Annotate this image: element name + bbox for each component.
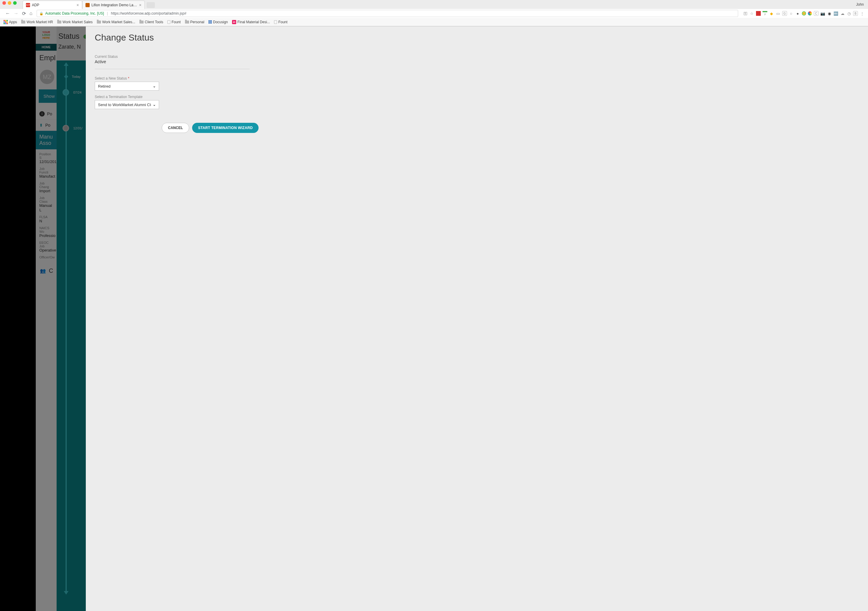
- tab-lifion[interactable]: Lifion Integration Demo Labor ×: [82, 1, 145, 9]
- folder-icon: [140, 20, 144, 23]
- url-org: Automatic Data Processing, Inc. [US]: [45, 11, 104, 16]
- new-status-group: Select a New Status * Retired ⌄: [95, 76, 859, 90]
- extension-4-icon[interactable]: ○: [789, 11, 794, 16]
- bookmark-label: Client Tools: [145, 20, 163, 24]
- address-bar[interactable]: 🔒 Automatic Data Processing, Inc. [US] |…: [37, 10, 738, 17]
- extension-6-icon[interactable]: [802, 11, 806, 16]
- folder-icon: [185, 20, 189, 23]
- app-area: YOUR LOGO HERE HOME Empl MZ Show i Po ⬍ …: [0, 26, 868, 611]
- new-tab-button[interactable]: [147, 2, 155, 8]
- current-status-label: Current Status: [95, 54, 859, 59]
- bookmark-label: Fount: [278, 20, 287, 24]
- tab-strip: ADP ADP × Lifion Integration Demo Labor …: [0, 0, 868, 9]
- key-icon[interactable]: ⚿: [743, 11, 748, 16]
- back-button[interactable]: ←: [3, 11, 12, 16]
- extension-3-icon[interactable]: ▭: [776, 11, 780, 16]
- menu-icon[interactable]: ⋮: [860, 11, 865, 16]
- current-status-value: Active: [95, 59, 859, 64]
- lock-icon: 🔒: [39, 12, 43, 16]
- extension-9-icon[interactable]: ◷: [846, 11, 851, 16]
- folder-icon: [21, 20, 25, 23]
- tab-adp[interactable]: ADP ADP ×: [23, 1, 82, 9]
- favicon-adp-icon: ADP: [26, 3, 30, 7]
- change-status-modal: Change Status Current Status Active Sele…: [86, 26, 868, 611]
- new-status-select[interactable]: Retired ⌄: [95, 82, 159, 90]
- extension-translate-icon[interactable]: 🔤: [834, 11, 838, 16]
- bookmark-docusign[interactable]: Docusign: [209, 20, 228, 24]
- modal-title: Change Status: [95, 33, 859, 43]
- extension-camera-icon[interactable]: 📷: [820, 11, 825, 16]
- start-termination-wizard-button[interactable]: START TERMINATION WIZARD: [192, 123, 259, 133]
- bookmark-label: Work Market HR: [26, 20, 53, 24]
- bookmark-folder[interactable]: Personal: [185, 20, 205, 24]
- tab-close-icon[interactable]: ×: [76, 3, 79, 8]
- bookmark-label: Docusign: [213, 20, 228, 24]
- new-status-label: Select a New Status *: [95, 76, 859, 81]
- chrome-chrome: ADP ADP × Lifion Integration Demo Labor …: [0, 0, 868, 26]
- url-separator: |: [107, 11, 108, 16]
- bookmark-label: Final Material Desi...: [237, 20, 270, 24]
- toolbar-right: ⚿ ☆ 7 ◆ ▭ G ○ ● C 📷 ◉ 🔤 ☁ ◷ B ⋮: [743, 11, 865, 16]
- apps-grid-icon: [3, 20, 8, 24]
- extension-calendar-icon[interactable]: 7: [763, 11, 767, 16]
- required-indicator: *: [128, 76, 129, 81]
- bookmark-doc[interactable]: Fount: [274, 20, 287, 24]
- invision-icon: in: [232, 20, 236, 24]
- extension-g-icon[interactable]: G: [782, 11, 787, 16]
- tab-close-icon[interactable]: ×: [139, 3, 141, 8]
- button-row: CANCEL START TERMINATION WIZARD: [162, 123, 859, 133]
- profile-name[interactable]: John: [856, 2, 864, 6]
- apps-label: Apps: [9, 20, 17, 24]
- docusign-icon: [209, 20, 212, 23]
- bookmark-doc[interactable]: Fount: [167, 20, 181, 24]
- extension-2-icon[interactable]: ◆: [769, 11, 774, 16]
- bookmarks-bar: Apps Work Market HR Work Market Sales Wo…: [0, 18, 868, 26]
- bookmark-label: Personal: [190, 20, 205, 24]
- tab-title: Lifion Integration Demo Labor: [91, 3, 137, 7]
- select-value: Send to WorkMarket Alumni Cloud: [98, 103, 151, 107]
- termination-template-select[interactable]: Send to WorkMarket Alumni Cloud ⌄: [95, 100, 159, 109]
- select-value: Retired: [98, 84, 151, 89]
- bookmark-folder[interactable]: Work Market Sales: [57, 20, 93, 24]
- divider: [95, 69, 250, 69]
- url-text: https://workforcenow.adp.com/portal/admi…: [111, 11, 186, 16]
- extension-8-icon[interactable]: ☁: [840, 11, 845, 16]
- extension-1-icon[interactable]: [756, 11, 761, 16]
- extension-b-icon[interactable]: B: [853, 11, 858, 16]
- star-icon[interactable]: ☆: [749, 11, 754, 16]
- forward-button: →: [12, 11, 20, 16]
- bookmark-folder[interactable]: Client Tools: [140, 20, 163, 24]
- termination-template-label: Select a Termination Template: [95, 95, 859, 99]
- folder-icon: [57, 20, 61, 23]
- favicon-lifion-icon: [85, 3, 90, 7]
- chevron-down-icon: ⌄: [153, 103, 156, 107]
- bookmark-invision[interactable]: inFinal Material Desi...: [232, 20, 270, 24]
- tab-title: ADP: [32, 3, 75, 7]
- doc-icon: [274, 20, 277, 24]
- doc-icon: [167, 20, 170, 24]
- bookmark-label: Work Market Sales: [62, 20, 93, 24]
- home-button[interactable]: ⌂: [28, 11, 34, 16]
- reload-button[interactable]: ⟳: [20, 11, 28, 16]
- extension-chrome-icon[interactable]: [808, 11, 812, 16]
- chevron-down-icon: ⌄: [153, 84, 156, 88]
- bookmark-label: Fount: [172, 20, 181, 24]
- toolbar: ← → ⟳ ⌂ 🔒 Automatic Data Processing, Inc…: [0, 9, 868, 18]
- termination-template-group: Select a Termination Template Send to Wo…: [95, 95, 859, 109]
- apps-button[interactable]: Apps: [3, 20, 17, 24]
- bookmark-folder[interactable]: Work Market HR: [21, 20, 53, 24]
- folder-icon: [97, 20, 101, 23]
- extension-5-icon[interactable]: ●: [795, 11, 800, 16]
- extension-c-icon[interactable]: C: [814, 11, 818, 16]
- cancel-button[interactable]: CANCEL: [162, 123, 189, 133]
- bookmark-folder[interactable]: Work Market Sales...: [97, 20, 135, 24]
- extension-7-icon[interactable]: ◉: [827, 11, 832, 16]
- bookmark-label: Work Market Sales...: [102, 20, 135, 24]
